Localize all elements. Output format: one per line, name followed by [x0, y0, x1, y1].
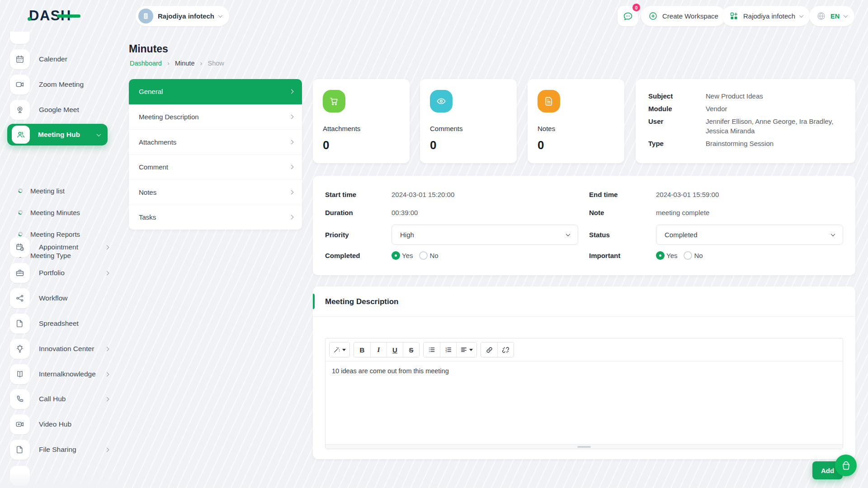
sidebar-item-video-hub[interactable]: Video Hub — [10, 414, 115, 434]
sidebar-item-appointment[interactable]: Appointment — [10, 237, 115, 257]
underline-button[interactable]: U — [387, 343, 403, 357]
chevron-down-icon — [218, 13, 223, 18]
workspace-selector[interactable]: Rajodiya infotech — [136, 6, 229, 26]
stat-label: Attachments — [323, 125, 400, 132]
ordered-list-button[interactable]: 1 2 3 — [440, 343, 456, 357]
sidebar-item-portfolio[interactable]: Portfolio — [10, 263, 115, 283]
start-time-value: 2024-03-01 15:20:00 — [392, 191, 454, 198]
editor-resize-bar[interactable] — [326, 444, 843, 449]
building-icon — [142, 12, 150, 20]
chevron-right-icon — [105, 447, 109, 452]
logo-dot-accent — [28, 17, 31, 21]
card-accent-bar — [313, 294, 315, 309]
calendar-clock-icon — [10, 237, 30, 257]
user-label: User — [648, 117, 706, 136]
company-name: Rajodiya infotech — [743, 12, 795, 20]
tab-tasks[interactable]: Tasks — [129, 205, 302, 230]
stat-value: 0 — [323, 138, 400, 152]
language-selector[interactable]: EN — [809, 6, 854, 26]
create-workspace-button[interactable]: Create Workspace — [641, 6, 726, 26]
list-ol-icon: 1 2 3 — [445, 346, 452, 353]
chevron-right-icon — [105, 271, 109, 275]
completed-yes-radio[interactable] — [392, 251, 400, 260]
unlink-icon — [502, 346, 509, 354]
sidebar-item-call-hub[interactable]: Call Hub — [10, 389, 115, 409]
calendar-icon — [10, 49, 30, 69]
sidebar-subitem-meeting-list[interactable]: Meeting list — [18, 185, 65, 196]
sidebar-item-calender[interactable]: Calender — [10, 49, 115, 69]
sidebar-item-innovation-center[interactable]: Innovation Center — [10, 339, 115, 359]
chevron-right-icon — [289, 115, 294, 119]
important-label: Important — [589, 252, 656, 259]
editor-content[interactable]: 10 ideas are come out from this meeting — [326, 361, 843, 434]
chevron-right-icon — [105, 347, 109, 351]
sidebar-item-spreadsheet[interactable]: Spreadsheet — [10, 314, 115, 333]
create-workspace-label: Create Workspace — [662, 12, 718, 20]
chevron-right-icon — [105, 372, 109, 376]
sidebar-subitem-meeting-minutes[interactable]: Meeting Minutes — [18, 207, 80, 218]
completed-no-label: No — [429, 252, 438, 259]
chevron-right-icon — [289, 190, 294, 194]
status-select[interactable]: Completed — [656, 225, 843, 245]
sidebar-item-google-meet[interactable]: Google Meet — [10, 100, 115, 120]
unlink-button[interactable] — [497, 343, 514, 357]
editor-text: 10 ideas are come out from this meeting — [332, 367, 449, 375]
sidebar-item-file-sharing[interactable]: File Sharing — [10, 440, 115, 460]
module-label: Module — [648, 104, 706, 113]
sidebar-item-workflow[interactable]: Workflow — [10, 288, 115, 308]
important-no-radio[interactable] — [684, 251, 692, 260]
tab-attachments[interactable]: Attachments — [129, 129, 302, 155]
sidebar-item-zoom-meeting[interactable]: Zoom Meeting — [10, 75, 115, 94]
sidebar-item-partial-bottom[interactable] — [10, 466, 30, 486]
paragraph-align-button[interactable] — [456, 343, 476, 357]
chevron-down-icon — [831, 232, 835, 236]
stat-label: Notes — [538, 125, 614, 132]
end-time-label: End time — [589, 191, 656, 198]
video-camera-icon — [10, 75, 30, 94]
status-selected-value: Completed — [665, 231, 698, 239]
globe-icon — [816, 11, 826, 21]
page-title: Minutes — [129, 43, 168, 55]
logo-dash-accent — [57, 14, 80, 18]
stat-value: 0 — [430, 138, 507, 152]
sidebar: Calender Zoom Meeting Google Meet Meetin… — [0, 32, 118, 488]
file-icon — [10, 314, 30, 333]
tab-general[interactable]: General — [129, 79, 302, 104]
tab-comment[interactable]: Comment — [129, 155, 302, 180]
sidebar-item-partial-top[interactable] — [10, 32, 30, 44]
editor-toolbar: B I U S 1 2 3 — [326, 338, 843, 361]
section-tabs-card: General Meeting Description Attachments … — [129, 79, 302, 230]
duration-label: Duration — [325, 209, 392, 216]
breadcrumb-dashboard-link[interactable]: Dashboard — [130, 60, 162, 67]
messages-button[interactable]: 0 — [618, 6, 638, 26]
magic-style-button[interactable] — [330, 343, 349, 357]
bold-button[interactable]: B — [354, 343, 370, 357]
duration-value: 00:39:00 — [392, 209, 418, 216]
floating-cart-button[interactable] — [835, 455, 857, 476]
priority-select[interactable]: High — [392, 225, 578, 245]
strikethrough-button[interactable]: S — [403, 343, 419, 357]
app-logo[interactable]: DASH — [29, 8, 71, 24]
completed-no-radio[interactable] — [419, 251, 428, 260]
tab-notes[interactable]: Notes — [129, 179, 302, 205]
caret-down-icon — [469, 349, 473, 351]
status-label: Status — [589, 231, 656, 239]
chevron-down-icon — [799, 13, 804, 18]
note-value: meeting complete — [656, 209, 709, 216]
language-code: EN — [830, 13, 840, 20]
breadcrumb-separator: › — [167, 59, 170, 67]
important-yes-radio[interactable] — [656, 251, 665, 260]
italic-button[interactable]: I — [370, 343, 387, 357]
type-value: Brainstorming Session — [706, 139, 774, 148]
insert-link-button[interactable] — [481, 343, 497, 357]
company-switcher[interactable]: Rajodiya infotech — [722, 6, 810, 26]
breadcrumb: Dashboard › Minute › Show — [130, 59, 224, 67]
sidebar-item-internalknowledge[interactable]: Internalknowledge — [10, 364, 115, 384]
eye-icon — [430, 90, 453, 113]
users-icon — [12, 126, 30, 144]
unordered-list-button[interactable] — [424, 343, 440, 357]
tab-meeting-description[interactable]: Meeting Description — [129, 104, 302, 130]
sidebar-item-meeting-hub[interactable]: Meeting Hub — [7, 124, 108, 145]
chevron-down-icon — [97, 132, 101, 136]
workspace-avatar — [138, 9, 153, 23]
